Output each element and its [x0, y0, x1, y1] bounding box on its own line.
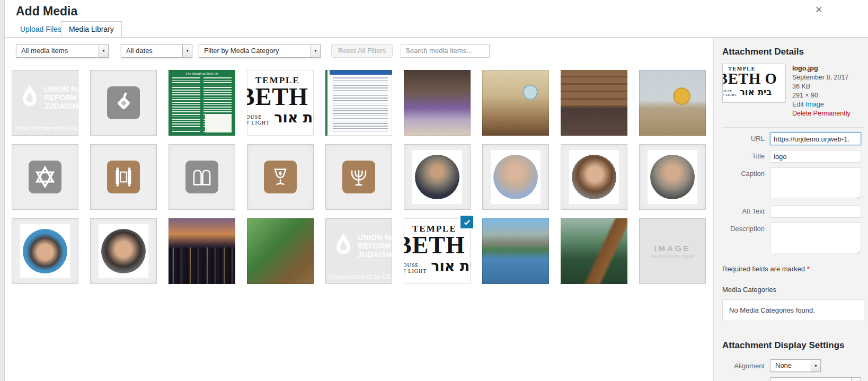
delete-permanently-link[interactable]: Delete Permanently	[792, 109, 851, 118]
url-label: URL	[722, 132, 770, 143]
media-item-library-group-photo[interactable]	[561, 70, 627, 136]
caption-label: Caption	[722, 167, 770, 178]
media-item-family-craft-photo[interactable]	[404, 70, 471, 136]
media-item-synagogue-interior-photo[interactable]	[482, 70, 549, 136]
attachment-filename: logo.jpg	[792, 64, 851, 73]
media-item-portrait-man-glasses[interactable]	[90, 218, 157, 284]
attachment-thumbnail: TEMPLE BETH O HOUSEOF LIGHT בית אור	[722, 64, 786, 103]
forest-branch-photo	[561, 218, 627, 284]
media-item-blue-flyer[interactable]	[325, 70, 392, 136]
portrait-man-cap-photo	[23, 229, 67, 273]
portrait-woman-young-photo	[572, 155, 616, 199]
tablets-icon	[185, 161, 218, 193]
media-item-temple-logo-1[interactable]: TEMPLEBETH OHOUSEOF LIGHTבית אור	[247, 70, 314, 136]
title-field[interactable]	[770, 150, 861, 163]
media-type-select-value: All media items	[16, 45, 99, 57]
attachment-summary: TEMPLE BETH O HOUSEOF LIGHT בית אור logo…	[722, 64, 864, 118]
media-item-menorah[interactable]	[325, 144, 392, 210]
chevron-down-icon: ▾	[811, 360, 820, 371]
date-filter-select[interactable]: All dates▾	[121, 44, 192, 58]
kiddush-cup-icon	[264, 161, 297, 193]
media-item-dreidel[interactable]	[90, 70, 157, 136]
media-item-mountain-lake-photo[interactable]	[482, 218, 549, 284]
media-item-star-of-david[interactable]	[12, 144, 78, 210]
alt-text-field[interactable]	[770, 205, 861, 218]
dreidel-icon	[107, 86, 140, 119]
media-grid: UNION forREFORMJUDAISMProud Member of th…	[12, 70, 706, 284]
torah-scroll-icon	[107, 161, 140, 193]
add-media-modal: Add Media ✕ Upload Files Media Library A…	[0, 0, 868, 381]
close-icon[interactable]: ✕	[811, 2, 827, 18]
chevron-down-icon: ▾	[99, 45, 108, 57]
media-item-portrait-woman-young[interactable]	[561, 144, 627, 210]
media-item-tablets[interactable]	[169, 144, 235, 210]
media-item-image-placeholder[interactable]: IMAGEPLACEHOLDER	[639, 218, 706, 284]
tab-upload-files[interactable]: Upload Files	[16, 21, 66, 37]
tab-bar: Upload Files Media Library	[4, 21, 868, 38]
jerusalem-dome-photo	[639, 70, 706, 136]
portrait-man-glasses-photo	[101, 229, 146, 273]
media-item-portrait-man-cap[interactable]	[12, 218, 78, 284]
image-placeholder-graphic: IMAGEPLACEHOLDER	[639, 218, 706, 284]
alignment-select-value: None	[770, 360, 811, 371]
chevron-down-icon: ▾	[851, 378, 861, 381]
description-field[interactable]	[770, 223, 861, 253]
caption-field[interactable]	[770, 167, 861, 198]
temple-beth-or-logo: TEMPLEBETH OHOUSEOF LIGHTבית אור	[247, 70, 314, 136]
media-categories-label: Media Categories	[722, 286, 864, 294]
chevron-down-icon: ▾	[311, 45, 320, 57]
urj-flame-icon	[19, 84, 40, 112]
tropical-palms-photo	[247, 218, 314, 284]
portrait-woman-older-photo	[493, 155, 538, 199]
search-input[interactable]	[401, 44, 490, 58]
chevron-down-icon: ▾	[182, 45, 192, 57]
green-flyer-thumbnail: The Month at Beth Or	[169, 70, 235, 136]
media-toolbar: All media items▾ All dates▾ Filter by Me…	[16, 43, 490, 58]
url-field[interactable]	[770, 132, 861, 145]
media-item-forest-branch-photo[interactable]	[561, 218, 627, 284]
media-item-jerusalem-dome-photo[interactable]	[639, 70, 706, 136]
attachment-details-title: Attachment Details	[722, 47, 864, 57]
media-item-portrait-rabbi[interactable]	[404, 144, 471, 210]
library-group-photo	[561, 70, 627, 136]
media-item-green-flyer[interactable]: The Month at Beth Or	[169, 70, 235, 136]
attachment-date: September 8, 2017	[792, 73, 851, 82]
synagogue-interior-photo	[482, 70, 549, 136]
city-skyline-photo	[169, 218, 235, 284]
urj-logo-graphic: UNION forREFORMJUDAISMProud Member of th…	[12, 70, 78, 136]
media-item-city-skyline-photo[interactable]	[169, 218, 235, 284]
title-label: Title	[722, 150, 770, 160]
media-item-urj-logo-2[interactable]: UNION forREFORMJUDAISMProud Member of th…	[325, 218, 392, 284]
cut-off-select[interactable]: ▾	[770, 377, 861, 381]
attachment-dimensions: 291 × 90	[792, 91, 851, 100]
media-item-tropical-palms-photo[interactable]	[247, 218, 314, 284]
media-category-select[interactable]: Filter by Media Category▾	[199, 44, 321, 58]
urj-flame-icon	[333, 232, 354, 261]
temple-beth-or-logo: TEMPLE BETH O HOUSEOF LIGHT בית אור	[723, 64, 785, 103]
reset-all-filters-button[interactable]: Reset All Filters	[331, 44, 393, 58]
mountain-lake-photo	[482, 218, 549, 284]
alignment-label: Alignment	[722, 362, 770, 370]
tab-media-library[interactable]: Media Library	[61, 21, 122, 37]
selected-check-icon	[459, 215, 474, 229]
media-item-portrait-woman-older[interactable]	[482, 144, 549, 210]
modal-title: Add Media	[16, 0, 77, 22]
blue-flyer-thumbnail	[325, 70, 392, 136]
alignment-select[interactable]: None▾	[770, 359, 821, 372]
required-fields-note: Required fields are marked *	[722, 265, 864, 273]
required-star: *	[807, 265, 810, 273]
media-item-kiddush-cup[interactable]	[247, 144, 314, 210]
divider	[722, 127, 864, 128]
description-label: Description	[722, 223, 770, 233]
family-craft-photo	[404, 70, 471, 136]
media-type-select[interactable]: All media items▾	[16, 44, 109, 58]
media-item-torah-scroll[interactable]	[90, 144, 157, 210]
date-filter-select-value: All dates	[121, 45, 182, 57]
cut-off-select-value	[770, 378, 851, 381]
media-item-portrait-man-kippah[interactable]	[639, 144, 706, 210]
edit-image-link[interactable]: Edit Image	[792, 100, 851, 109]
alt-text-label: Alt Text	[722, 205, 770, 215]
media-item-temple-logo-selected[interactable]: TEMPLEBETH OHOUSEOF LIGHTבית אור	[404, 218, 471, 284]
star-of-david-icon	[29, 161, 61, 193]
media-item-urj-logo-1[interactable]: UNION forREFORMJUDAISMProud Member of th…	[12, 70, 78, 136]
